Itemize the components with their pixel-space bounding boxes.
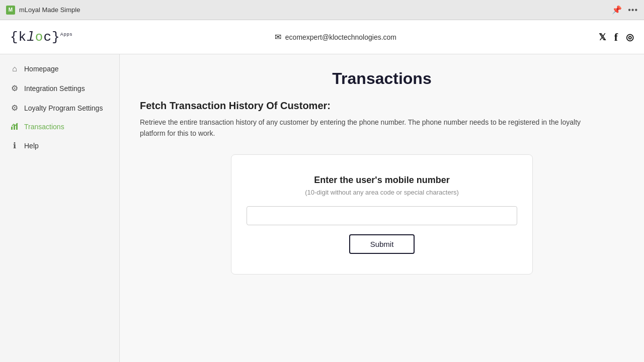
sidebar-item-transactions-label: Transactions: [24, 123, 64, 131]
browser-bar: M mLoyal Made Simple 📌 •••: [0, 0, 644, 20]
card-subtitle: (10-digit without any area code or speci…: [305, 189, 459, 196]
help-icon: ℹ: [10, 141, 19, 150]
sidebar-item-homepage-label: Homepage: [24, 65, 59, 73]
sidebar-item-integration-settings[interactable]: ⚙ Integration Settings: [0, 78, 119, 98]
browser-pin-icon[interactable]: 📌: [612, 5, 622, 15]
header-email-section: ✉ ecomexpert@kloctechnologies.com: [275, 32, 396, 42]
browser-bar-left: M mLoyal Made Simple: [6, 6, 80, 15]
logo-c: c: [43, 30, 52, 45]
card-title: Enter the user's mobile number: [314, 175, 449, 186]
page-title: Transactions: [140, 69, 624, 88]
svg-rect-1: [14, 125, 15, 130]
logo-apps: Apps: [60, 32, 73, 37]
logo-k: k: [19, 30, 27, 45]
logo-close-brace: }: [52, 30, 60, 45]
app-header: {kloc}Apps ✉ ecomexpert@kloctechnologies…: [0, 20, 644, 54]
sidebar-item-transactions[interactable]: Transactions: [0, 118, 119, 136]
instagram-icon[interactable]: ◎: [626, 32, 634, 43]
gear-icon-loyalty: ⚙: [10, 103, 19, 113]
browser-favicon: M: [6, 6, 15, 15]
main-content: Transactions Fetch Transaction History O…: [120, 54, 644, 362]
sidebar-item-loyalty-program-settings[interactable]: ⚙ Loyalty Program Settings: [0, 98, 119, 118]
browser-tab-title: mLoyal Made Simple: [19, 6, 80, 14]
browser-bar-right: 📌 •••: [612, 5, 638, 15]
transactions-icon: [10, 123, 19, 131]
gear-icon-integration: ⚙: [10, 83, 19, 93]
sidebar-item-loyalty-label: Loyalty Program Settings: [24, 104, 103, 112]
sidebar-item-homepage[interactable]: ⌂ Homepage: [0, 59, 119, 78]
logo-open-brace: {: [10, 30, 19, 45]
twitter-icon[interactable]: 𝕏: [599, 32, 606, 43]
home-icon: ⌂: [10, 64, 19, 73]
logo-l: l: [27, 30, 35, 45]
submit-button[interactable]: Submit: [349, 234, 415, 254]
sidebar-item-integration-label: Integration Settings: [24, 84, 85, 93]
sidebar-item-help[interactable]: ℹ Help: [0, 136, 119, 155]
sidebar-item-help-label: Help: [24, 142, 39, 150]
section-title: Fetch Transaction History Of Customer:: [140, 100, 624, 112]
logo-o: o: [35, 30, 44, 45]
mobile-input-card: Enter the user's mobile number (10-digit…: [231, 154, 533, 275]
browser-menu-icon[interactable]: •••: [628, 6, 638, 15]
email-icon: ✉: [275, 32, 281, 42]
header-email-text: ecomexpert@kloctechnologies.com: [285, 33, 396, 41]
social-icons: 𝕏 f ◎: [599, 31, 634, 44]
main-layout: ⌂ Homepage ⚙ Integration Settings ⚙ Loya…: [0, 54, 644, 362]
section-description: Retrieve the entire transaction history …: [140, 117, 593, 139]
sidebar: ⌂ Homepage ⚙ Integration Settings ⚙ Loya…: [0, 54, 120, 362]
facebook-icon[interactable]: f: [614, 31, 618, 44]
mobile-number-input[interactable]: [247, 206, 517, 225]
svg-rect-0: [11, 127, 13, 130]
logo: {kloc}Apps: [10, 30, 72, 45]
